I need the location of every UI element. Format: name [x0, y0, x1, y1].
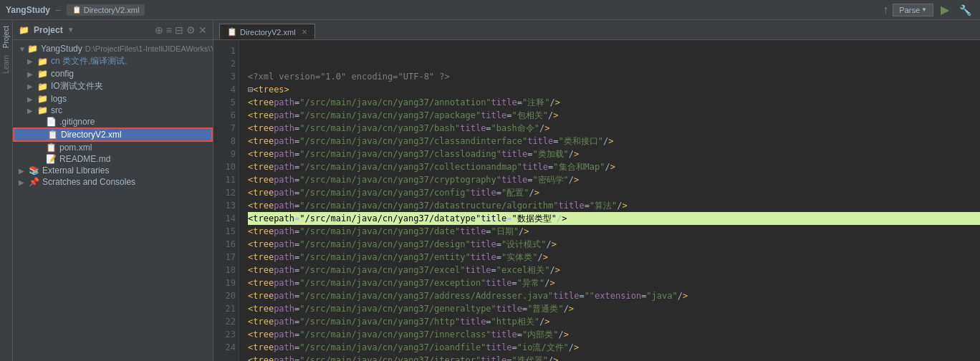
line-number-5: 5 [216, 96, 236, 109]
code-line-18: <tree path="/src/main/java/cn/yang37/add… [248, 289, 980, 302]
config-label: config [51, 69, 74, 79]
logs-folder-icon: 📁 [37, 94, 48, 104]
tree-item-logs[interactable]: ▶ 📁 logs [13, 93, 213, 105]
scratches-icon: 📌 [29, 177, 39, 187]
tree-item-pom[interactable]: 📋 pom.xml [13, 142, 213, 153]
project-sidebar-tab[interactable]: Project [1, 23, 11, 51]
logs-label: logs [51, 94, 67, 104]
code-line-14: <tree path="/src/main/java/cn/yang37/des… [248, 238, 980, 251]
settings-icon[interactable]: ⚙ [186, 24, 196, 36]
titlebar-file-tab[interactable]: 📋 DirectoryV2.xml [67, 4, 145, 16]
line-number-10: 10 [216, 160, 236, 173]
project-header-actions: ⊕ ≡ ⊟ ⚙ ✕ [155, 24, 207, 36]
line-number-7: 7 [216, 122, 236, 135]
root-name: YangStudy [41, 44, 82, 54]
line-number-18: 18 [216, 264, 236, 276]
code-line-17: <tree path="/src/main/java/cn/yang37/exc… [248, 276, 980, 289]
gitignore-icon: 📄 [46, 117, 57, 127]
vcs-icon[interactable]: ↑ [883, 4, 888, 16]
parse-button[interactable]: Parse ▼ [893, 4, 933, 16]
editor-tab-directoryv2[interactable]: 📋 DirectoryV2.xml ✕ [219, 24, 315, 39]
debug-button[interactable]: 🔧 [956, 4, 974, 16]
code-line-22: <tree path="/src/main/java/cn/yang37/ioa… [248, 341, 980, 354]
code-line-4: <tree path="/src/main/java/cn/yang37/apa… [248, 109, 980, 122]
parse-dropdown-icon: ▼ [921, 6, 927, 13]
code-line-6: <tree path="/src/main/java/cn/yang37/cla… [248, 135, 980, 148]
titlebar-actions: ↑ Parse ▼ ▶ 🔧 [883, 3, 974, 16]
tree-item-external-libs[interactable]: ▶ 📚 External Libraries [13, 165, 213, 176]
io-folder-icon: 📁 [37, 82, 48, 92]
code-line-2: ⊟<trees> [248, 83, 980, 96]
tree-item-readme[interactable]: 📝 README.md [13, 153, 213, 165]
directoryv2-xml-icon: 📋 [47, 130, 58, 140]
directoryv2-label: DirectoryV2.xml [61, 130, 122, 140]
src-folder-icon: 📁 [37, 105, 48, 115]
scratches-arrow-icon: ▶ [19, 178, 27, 186]
io-arrow-icon: ▶ [27, 82, 36, 90]
project-header: 📁 Project ▼ ⊕ ≡ ⊟ ⚙ ✕ [13, 20, 213, 40]
tree-item-config[interactable]: ▶ 📁 config [13, 68, 213, 80]
code-line-7: <tree path="/src/main/java/cn/yang37/cla… [248, 148, 980, 160]
collapse-icon[interactable]: ⊟ [175, 24, 183, 36]
run-button[interactable]: ▶ [938, 3, 952, 16]
tree-item-directoryv2[interactable]: 📋 DirectoryV2.xml [13, 127, 213, 142]
tree-item-gitignore[interactable]: 📄 .gitignore [13, 116, 213, 127]
tree-item-src[interactable]: ▶ 📁 src [13, 105, 213, 116]
titlebar-filename: DirectoryV2.xml [84, 6, 140, 14]
code-line-9: <tree path="/src/main/java/cn/yang37/cry… [248, 173, 980, 186]
title-separator: – [56, 5, 61, 15]
line-number-14: 14 [216, 212, 236, 225]
code-line-13: <tree path="/src/main/java/cn/yang37/dat… [248, 225, 980, 238]
code-line-8: <tree path="/src/main/java/cn/yang37/col… [248, 160, 980, 173]
readme-label: README.md [59, 154, 110, 164]
line-number-23: 23 [216, 328, 236, 341]
cn-label: cn 类文件,编译测试. [51, 55, 128, 67]
learn-sidebar-tab[interactable]: Learn [1, 52, 11, 77]
line-numbers: 123456789101112131415161718192021222324 [213, 40, 239, 361]
line-number-21: 21 [216, 302, 236, 315]
code-line-11: <tree path="/src/main/java/cn/yang37/dat… [248, 199, 980, 212]
code-line-15: <tree path="/src/main/java/cn/yang37/ent… [248, 251, 980, 264]
line-number-6: 6 [216, 109, 236, 122]
gitignore-label: .gitignore [59, 117, 95, 127]
line-number-15: 15 [216, 225, 236, 238]
code-line-3: <tree path="/src/main/java/cn/yang37/ann… [248, 96, 980, 109]
header-dropdown-icon: ▼ [67, 26, 75, 34]
close-panel-icon[interactable]: ✕ [198, 24, 207, 36]
horizontal-scroll-icon[interactable]: ≡ [166, 24, 172, 36]
folder-icon: 📁 [19, 25, 29, 35]
io-label: IO测试文件夹 [51, 80, 103, 92]
add-icon[interactable]: ⊕ [155, 24, 163, 36]
root-path: D:\ProjectFiles\1-IntelliJIDEAWorks\Yang… [85, 44, 213, 53]
code-line-1: <?xml version="1.0" encoding="UTF-8" ?> [248, 70, 980, 83]
tree-item-io[interactable]: ▶ 📁 IO测试文件夹 [13, 80, 213, 93]
line-number-22: 22 [216, 315, 236, 328]
tab-close-icon[interactable]: ✕ [302, 28, 307, 36]
code-area[interactable]: <?xml version="1.0" encoding="UTF-8" ?>⊟… [239, 40, 980, 361]
code-line-5: <tree path="/src/main/java/cn/yang37/bas… [248, 122, 980, 135]
line-number-11: 11 [216, 173, 236, 186]
tree-item-scratches[interactable]: ▶ 📌 Scratches and Consoles [13, 176, 213, 188]
config-folder-icon: 📁 [37, 69, 48, 79]
tab-filename: DirectoryV2.xml [240, 28, 296, 37]
code-line-23: <tree path="/src/main/java/cn/yang37/ite… [248, 354, 980, 361]
pom-label: pom.xml [59, 143, 92, 153]
code-line-10: <tree path="/src/main/java/cn/yang37/con… [248, 186, 980, 199]
side-icon-bar: Project Learn [0, 20, 13, 361]
readme-icon: 📝 [46, 154, 57, 164]
cn-folder-icon: 📁 [37, 57, 48, 67]
editor-area: 📋 DirectoryV2.xml ✕ 12345678910111213141… [213, 20, 980, 361]
code-line-16: <tree path="/src/main/java/cn/yang37/exc… [248, 264, 980, 276]
line-number-1: 1 [216, 44, 236, 57]
line-number-20: 20 [216, 289, 236, 302]
editor-content: 123456789101112131415161718192021222324 … [213, 40, 980, 361]
ext-libs-label: External Libraries [42, 165, 109, 175]
line-number-9: 9 [216, 148, 236, 160]
editor-tabs: 📋 DirectoryV2.xml ✕ [213, 20, 980, 40]
line-number-19: 19 [216, 276, 236, 289]
code-line-21: <tree path="/src/main/java/cn/yang37/inn… [248, 328, 980, 341]
tree-item-cn[interactable]: ▶ 📁 cn 类文件,编译测试. [13, 54, 213, 68]
root-arrow-icon: ▼ [19, 45, 26, 53]
titlebar: YangStudy – 📋 DirectoryV2.xml ↑ Parse ▼ … [0, 0, 980, 20]
tree-root[interactable]: ▼ 📁 YangStudy D:\ProjectFiles\1-IntelliJ… [13, 43, 213, 54]
